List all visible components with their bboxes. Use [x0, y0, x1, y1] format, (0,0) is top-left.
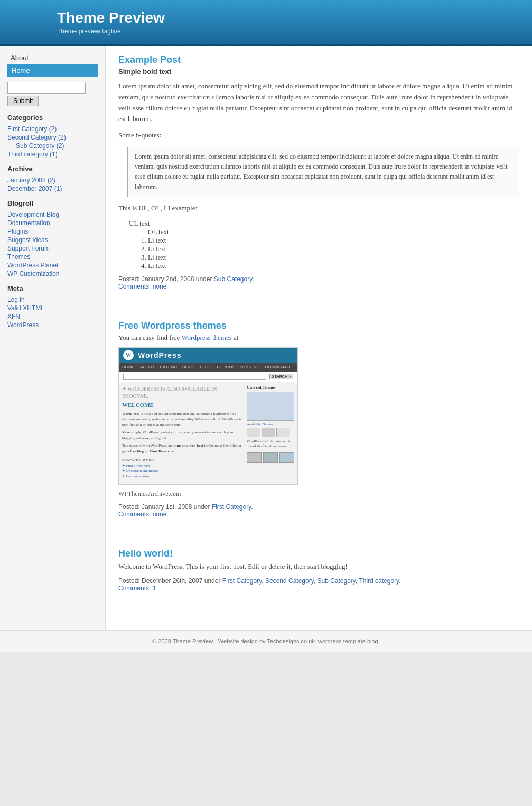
- wp-search-btn[interactable]: SEARCH >: [269, 374, 293, 379]
- meta-xfn[interactable]: XFN: [7, 312, 98, 321]
- post-meta-text: Posted: January 2nd, 2008 under: [118, 275, 212, 283]
- post-example: Example Post Simple bold text Lorem ipsu…: [118, 54, 519, 303]
- theme-desc: WordPress' admin interface is one of the…: [247, 439, 294, 450]
- post-category-link-2[interactable]: First Category: [212, 503, 251, 511]
- blogroll-support-forum[interactable]: Support Forum: [7, 244, 98, 253]
- blogroll-dev-blog[interactable]: Development Blog: [7, 210, 98, 219]
- wordpress-themes-link[interactable]: Wordpress themes: [181, 333, 231, 341]
- blogroll-wp-customization[interactable]: WP Customization: [7, 270, 98, 278]
- post-comments-link-3[interactable]: Comments: 1: [118, 585, 519, 592]
- list-item: Li text: [148, 262, 519, 270]
- wp-nav-extend: EXTEND: [160, 365, 177, 369]
- sidebar-item-home[interactable]: Home: [7, 64, 98, 77]
- intro-suffix: at: [234, 333, 238, 341]
- post-meta-free-wp: Posted: January 1st, 2008 under First Ca…: [118, 503, 519, 518]
- post-comments-link-2[interactable]: Comments: none: [118, 511, 519, 518]
- ol-text: OL text: [148, 228, 169, 236]
- blogroll-wp-planet[interactable]: WordPress Planet: [7, 261, 98, 270]
- wp-get-started: To get started with WordPress, set it up…: [122, 443, 244, 454]
- available-themes-label: Available Themes: [247, 422, 294, 427]
- wp-ready-label: READY TO BEGIN?: [122, 458, 244, 464]
- post-meta-text-3: Posted: December 26th, 2007 under: [118, 577, 220, 585]
- wp-nav-about: ABOUT: [140, 365, 155, 369]
- sidebar-nav: About Home: [7, 52, 98, 77]
- post-free-wp-intro: You can easy find free Wordpress themes …: [118, 333, 519, 342]
- post-meta-text-2: Posted: January 1st, 2008 under: [118, 503, 210, 511]
- category-second[interactable]: Second Category (2): [7, 133, 98, 142]
- blogroll-themes[interactable]: Themes: [7, 253, 98, 261]
- wp-welcome: WELCOME: [122, 401, 244, 409]
- search-input[interactable]: [7, 82, 86, 94]
- wp-main-col: ✦ WORDPRESS IS ALSO AVAILABLE IN RYOOVAR…: [122, 385, 244, 481]
- blogroll-documentation[interactable]: Documentation: [7, 219, 98, 227]
- ul-section: UL text OL text Li text Li text Li text …: [129, 219, 519, 270]
- wp-screenshot: W WordPress HOME ABOUT EXTEND DOCS BLOG …: [118, 347, 298, 485]
- theme-thumbnails: [247, 428, 294, 437]
- ul-text: UL text: [129, 219, 150, 227]
- sidebar: About Home Search Categories First Categ…: [0, 46, 106, 630]
- meta-wordpress[interactable]: WordPress: [7, 321, 98, 329]
- post-cat-link-sub[interactable]: Sub Category: [317, 577, 356, 585]
- meta-login[interactable]: Log in: [7, 295, 98, 304]
- wp-thumb-2: [263, 452, 278, 463]
- blogroll-plugins[interactable]: Plugins: [7, 227, 98, 236]
- wp-thumb-1: [247, 452, 262, 463]
- search-button[interactable]: Search: [7, 96, 39, 106]
- meta-xhtml[interactable]: Valid XHTML: [7, 304, 98, 312]
- wp-ready-links: ✦ Find a web host✦ Download and Install✦…: [122, 464, 244, 479]
- wp-search-field[interactable]: [123, 374, 266, 380]
- sidebar-item-about[interactable]: About: [7, 52, 98, 63]
- post-title-free-wp: Free Wordpress themes: [118, 320, 519, 331]
- post-category-link[interactable]: Sub Category: [214, 275, 253, 283]
- categories-title: Categories: [7, 114, 98, 122]
- post-body-hello: Welcome to WordPress. This is your first…: [118, 561, 519, 572]
- site-header: Theme Preview Theme preview tagline: [0, 0, 532, 46]
- intro-text: You can easy find free: [118, 333, 180, 341]
- post-cat-link-third[interactable]: Third category: [359, 577, 399, 585]
- blogroll-suggest-ideas[interactable]: Suggest Ideas: [7, 236, 98, 244]
- blogroll-title: Blogroll: [7, 199, 98, 207]
- post-title-link-hello[interactable]: Hello world!: [118, 548, 173, 559]
- main-content: Example Post Simple bold text Lorem ipsu…: [106, 46, 532, 630]
- post-comments-link[interactable]: Comments: none: [118, 283, 519, 290]
- category-third[interactable]: Third category (1): [7, 150, 98, 159]
- post-blockquote: Lorem ipsum dolor sit amet, consectetur …: [127, 147, 519, 197]
- wp-search-row: SEARCH >: [119, 372, 297, 382]
- wp-more-simply: More simply, WordPress is what you use w…: [122, 430, 244, 441]
- theme-thumb: [262, 428, 275, 437]
- wp-available-in: ✦ WORDPRESS IS ALSO AVAILABLE IN RYOOVAR…: [122, 385, 244, 400]
- post-subtitle: Simple bold text: [118, 68, 519, 76]
- search-form: Search: [7, 82, 98, 106]
- post-cat-link-second[interactable]: Second Category: [265, 577, 314, 585]
- post-free-wp: Free Wordpress themes You can easy find …: [118, 320, 519, 531]
- post-cat-link-first[interactable]: First Category: [222, 577, 262, 585]
- wpta-text: WPThemesArchive.com: [118, 490, 519, 498]
- post-bquotes-label: Some b-quotes:: [118, 130, 519, 141]
- post-meta-example: Posted: January 2nd, 2008 under Sub Cate…: [118, 275, 519, 290]
- wp-thumb-3: [279, 452, 294, 463]
- list-item: Li text: [148, 236, 519, 245]
- archive-jan-2008[interactable]: January 2008 (2): [7, 176, 98, 184]
- category-first[interactable]: First Category (2): [7, 125, 98, 133]
- meta-title: Meta: [7, 284, 98, 292]
- ol-indent: OL text: [148, 228, 519, 236]
- wp-sidebar-col: Current Theme Available Themes WordPress…: [247, 385, 294, 481]
- wp-nav-home: HOME: [122, 365, 135, 369]
- post-body-example: Lorem ipsum dolor sit amet, consectetur …: [118, 81, 519, 125]
- wp-bottom-thumbs: [247, 452, 294, 463]
- wp-nav-bar: HOME ABOUT EXTEND DOCS BLOG FORUMS HOSTI…: [119, 363, 297, 372]
- list-item: Li text: [148, 253, 519, 262]
- wp-logo-text: WordPress: [138, 351, 182, 359]
- category-sub[interactable]: Sub Category (2): [7, 142, 98, 150]
- archive-dec-2007[interactable]: December 2007 (1): [7, 184, 98, 193]
- current-theme-label: Current Theme: [247, 385, 294, 390]
- post-title-link-free-wp[interactable]: Free Wordpress themes: [118, 320, 227, 331]
- post-hello-world: Hello world! Welcome to WordPress. This …: [118, 548, 519, 605]
- wp-nav-blog: BLOG: [200, 365, 211, 369]
- post-title-link-example[interactable]: Example Post: [118, 54, 181, 65]
- wp-intro-text: WordPress is a state-of-the-art semantic…: [122, 411, 244, 428]
- footer-text: © 2008 Theme Preview - Website design by…: [152, 638, 380, 644]
- wp-nav-download: DOWNLOAD: [265, 365, 290, 369]
- post-title-example: Example Post: [118, 54, 519, 66]
- theme-thumb: [276, 428, 290, 437]
